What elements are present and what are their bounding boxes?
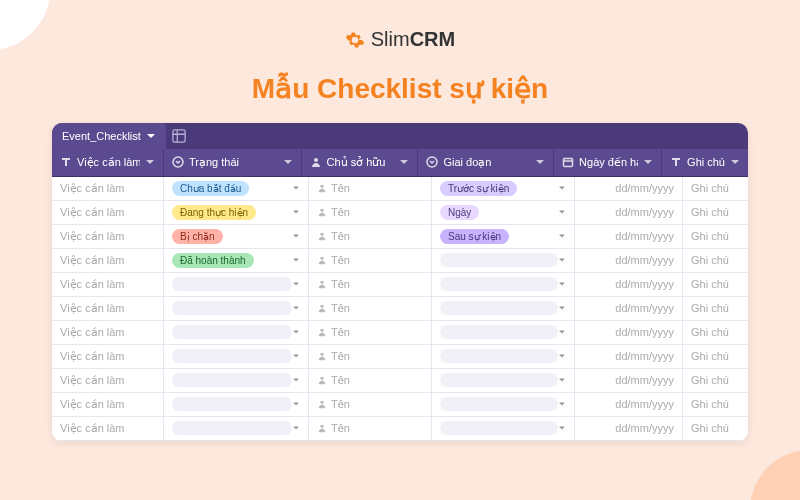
date-cell[interactable]: dd/mm/yyyy — [575, 345, 683, 368]
phase-cell[interactable] — [432, 393, 575, 416]
table-row: Việc cần làmTêndd/mm/yyyyGhi chú — [52, 369, 748, 393]
task-cell[interactable]: Việc cần làm — [52, 393, 164, 416]
owner-cell[interactable]: Tên — [309, 297, 432, 320]
date-cell[interactable]: dd/mm/yyyy — [575, 177, 683, 200]
note-cell[interactable]: Ghi chú — [683, 345, 748, 368]
text-icon — [670, 156, 682, 168]
task-cell[interactable]: Việc cần làm — [52, 345, 164, 368]
tab-label: Event_Checklist — [62, 130, 141, 142]
caret-down-icon — [558, 184, 566, 192]
phase-cell[interactable]: Ngày — [432, 201, 575, 224]
column-label: Ghi chú — [687, 156, 725, 168]
empty-pill — [440, 253, 558, 267]
date-cell[interactable]: dd/mm/yyyy — [575, 273, 683, 296]
owner-cell[interactable]: Tên — [309, 177, 432, 200]
status-cell[interactable] — [164, 417, 309, 440]
phase-cell[interactable]: Sau sự kiện — [432, 225, 575, 248]
note-cell[interactable]: Ghi chú — [683, 417, 748, 440]
note-cell[interactable]: Ghi chú — [683, 393, 748, 416]
column-header-owner[interactable]: Chủ sở hữu — [302, 149, 419, 176]
table-header: Việc cần làm Trạng thái Chủ sở hữu Giai … — [52, 149, 748, 177]
task-cell[interactable]: Việc cần làm — [52, 249, 164, 272]
caret-down-icon — [292, 184, 300, 192]
owner-cell[interactable]: Tên — [309, 273, 432, 296]
date-cell[interactable]: dd/mm/yyyy — [575, 417, 683, 440]
caret-down-icon — [558, 352, 566, 360]
owner-cell[interactable]: Tên — [309, 201, 432, 224]
owner-cell[interactable]: Tên — [309, 249, 432, 272]
checklist-table: Event_Checklist Việc cần làm Trạng thái … — [52, 123, 748, 441]
status-cell[interactable]: Chưa bắt đầu — [164, 177, 309, 200]
column-label: Chủ sở hữu — [327, 156, 395, 169]
column-header-date[interactable]: Ngày đến hạn — [554, 149, 662, 176]
status-cell[interactable] — [164, 369, 309, 392]
column-header-task[interactable]: Việc cần làm — [52, 149, 164, 176]
status-cell[interactable]: Bị chặn — [164, 225, 309, 248]
phase-cell[interactable] — [432, 321, 575, 344]
status-cell[interactable] — [164, 273, 309, 296]
phase-cell[interactable] — [432, 345, 575, 368]
caret-down-icon — [292, 352, 300, 360]
tab-event-checklist[interactable]: Event_Checklist — [52, 123, 166, 149]
chevron-down-icon — [535, 157, 545, 167]
task-cell[interactable]: Việc cần làm — [52, 297, 164, 320]
phase-cell[interactable] — [432, 273, 575, 296]
status-cell[interactable] — [164, 297, 309, 320]
column-header-status[interactable]: Trạng thái — [164, 149, 302, 176]
caret-down-icon — [292, 376, 300, 384]
note-cell[interactable]: Ghi chú — [683, 201, 748, 224]
status-cell[interactable] — [164, 393, 309, 416]
table-icon[interactable] — [172, 129, 186, 143]
note-cell[interactable]: Ghi chú — [683, 225, 748, 248]
calendar-icon — [562, 156, 574, 168]
column-header-note[interactable]: Ghi chú — [662, 149, 748, 176]
note-cell[interactable]: Ghi chú — [683, 297, 748, 320]
owner-cell[interactable]: Tên — [309, 345, 432, 368]
note-cell[interactable]: Ghi chú — [683, 177, 748, 200]
owner-cell[interactable]: Tên — [309, 225, 432, 248]
task-cell[interactable]: Việc cần làm — [52, 225, 164, 248]
phase-cell[interactable] — [432, 369, 575, 392]
owner-cell[interactable]: Tên — [309, 393, 432, 416]
status-pill: Chưa bắt đầu — [172, 181, 249, 196]
date-cell[interactable]: dd/mm/yyyy — [575, 225, 683, 248]
tab-bar: Event_Checklist — [52, 123, 748, 149]
note-cell[interactable]: Ghi chú — [683, 273, 748, 296]
phase-cell[interactable] — [432, 297, 575, 320]
date-cell[interactable]: dd/mm/yyyy — [575, 369, 683, 392]
svg-point-4 — [314, 158, 318, 162]
task-cell[interactable]: Việc cần làm — [52, 321, 164, 344]
phase-cell[interactable]: Trước sự kiện — [432, 177, 575, 200]
task-cell[interactable]: Việc cần làm — [52, 201, 164, 224]
phase-pill: Sau sự kiện — [440, 229, 509, 244]
phase-cell[interactable] — [432, 249, 575, 272]
task-cell[interactable]: Việc cần làm — [52, 369, 164, 392]
note-cell[interactable]: Ghi chú — [683, 249, 748, 272]
note-cell[interactable]: Ghi chú — [683, 321, 748, 344]
owner-cell[interactable]: Tên — [309, 321, 432, 344]
owner-cell[interactable]: Tên — [309, 417, 432, 440]
note-cell[interactable]: Ghi chú — [683, 369, 748, 392]
column-header-phase[interactable]: Giai đoạn — [418, 149, 554, 176]
chevron-down-icon — [146, 131, 156, 141]
task-cell[interactable]: Việc cần làm — [52, 177, 164, 200]
date-cell[interactable]: dd/mm/yyyy — [575, 393, 683, 416]
phase-cell[interactable] — [432, 417, 575, 440]
svg-point-10 — [320, 233, 323, 236]
status-cell[interactable] — [164, 321, 309, 344]
caret-down-icon — [292, 328, 300, 336]
task-cell[interactable]: Việc cần làm — [52, 273, 164, 296]
status-cell[interactable]: Đã hoàn thành — [164, 249, 309, 272]
brand-logo: SlimCRM — [345, 28, 455, 51]
date-cell[interactable]: dd/mm/yyyy — [575, 201, 683, 224]
date-cell[interactable]: dd/mm/yyyy — [575, 321, 683, 344]
chevron-down-icon — [399, 157, 409, 167]
date-cell[interactable]: dd/mm/yyyy — [575, 249, 683, 272]
owner-cell[interactable]: Tên — [309, 369, 432, 392]
status-cell[interactable]: Đang thực hiện — [164, 201, 309, 224]
date-cell[interactable]: dd/mm/yyyy — [575, 297, 683, 320]
svg-point-8 — [320, 185, 323, 188]
status-cell[interactable] — [164, 345, 309, 368]
person-icon — [317, 279, 327, 289]
task-cell[interactable]: Việc cần làm — [52, 417, 164, 440]
